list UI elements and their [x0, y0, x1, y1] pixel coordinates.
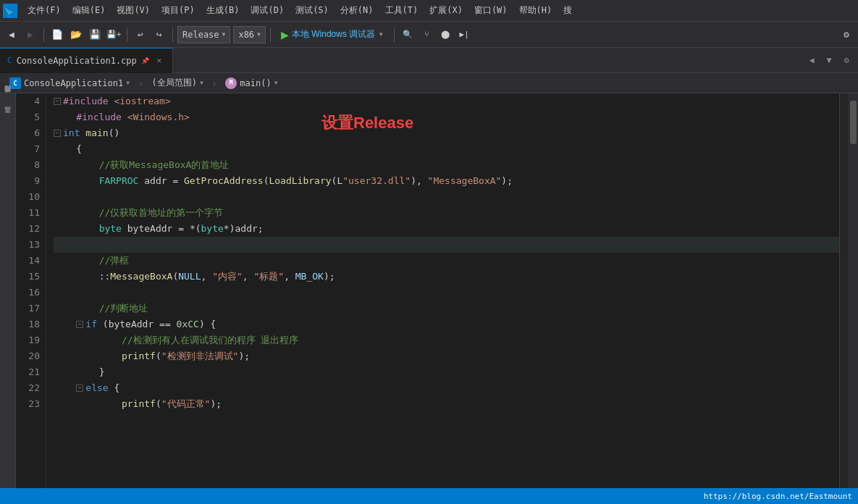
context-sep-1: ›: [138, 77, 143, 89]
menu-search[interactable]: 搜: [558, 3, 578, 18]
toolbar-sep-3: [172, 28, 173, 42]
context-sep-2: ›: [211, 77, 217, 89]
bottom-bar: https://blog.csdn.net/Eastmount: [0, 488, 858, 504]
toolbar-sep-2: [127, 28, 127, 42]
menu-window[interactable]: 窗口(W): [468, 3, 513, 18]
menu-bar: 文件(F) 编辑(E) 视图(V) 项目(P) 生成(B) 调试(D) 测试(S…: [0, 0, 858, 22]
code-line-10: [54, 189, 839, 205]
context-bar: C ConsoleApplication1 ▼ › (全局范围) ▼ › M m…: [0, 73, 858, 93]
run-arrow-icon: ▼: [378, 31, 384, 38]
code-line-11: //仅获取首地址的第一个字节: [54, 205, 839, 221]
configuration-label: Release: [182, 30, 219, 40]
project-icon: C: [9, 77, 21, 89]
code-line-23: printf("代码正常");: [54, 396, 839, 412]
project-label: ConsoleApplication1: [24, 78, 123, 88]
active-tab[interactable]: C ConsoleApplication1.cpp 📌 ✕: [0, 48, 173, 73]
code-line-8: //获取MessageBoxA的首地址: [54, 157, 839, 173]
toolbar-sep-1: [43, 28, 44, 42]
menu-file[interactable]: 文件(F): [22, 3, 67, 18]
menu-tools[interactable]: 工具(T): [379, 3, 424, 18]
project-dropdown[interactable]: C ConsoleApplication1 ▼: [4, 75, 135, 91]
toolbar-sep-5: [394, 28, 395, 42]
main-layout: 解决方案资源管理器 工具箱 4 5 6 7 8 9 10 11 12 13 14…: [0, 93, 858, 504]
run-button[interactable]: ▶ 本地 Windows 调试器 ▼: [275, 27, 390, 42]
code-line-6: − int main(): [54, 125, 839, 141]
scope-arrow-icon: ▼: [200, 80, 203, 86]
save-all-button[interactable]: 💾+: [105, 26, 122, 43]
bottom-url: https://blog.csdn.net/Eastmount: [704, 492, 852, 501]
code-line-7: {: [54, 141, 839, 157]
code-line-17: //判断地址: [54, 301, 839, 316]
scope-label: (全局范围): [152, 77, 197, 89]
settings-icon: ⚙: [844, 29, 849, 40]
platform-dropdown[interactable]: x86 ▼: [233, 26, 266, 43]
function-dropdown[interactable]: M main() ▼: [220, 75, 282, 91]
function-arrow-icon: ▼: [274, 80, 278, 86]
code-line-21: }: [54, 364, 839, 380]
code-line-22: − else {: [54, 380, 839, 396]
save-button[interactable]: 💾: [86, 26, 104, 43]
forward-button[interactable]: ▶: [22, 26, 39, 43]
tab-close-button[interactable]: ✕: [153, 55, 165, 67]
platform-arrow-icon: ▼: [257, 31, 261, 38]
menu-extensions[interactable]: 扩展(X): [424, 3, 468, 18]
menu-view[interactable]: 视图(V): [111, 3, 156, 18]
settings-button[interactable]: ⚙: [838, 26, 855, 43]
vs-logo: [3, 4, 17, 18]
tab-dropdown-button[interactable]: ▼: [822, 53, 836, 67]
code-line-9: FARPROC addr = GetProcAddress(LoadLibrar…: [54, 173, 839, 189]
code-line-12: byte byteAddr = *(byte*)addr;: [54, 221, 839, 237]
menu-project[interactable]: 项目(P): [156, 3, 201, 18]
find-button[interactable]: 🔍: [399, 26, 416, 43]
play-icon: ▶: [281, 29, 289, 41]
scope-dropdown[interactable]: (全局范围) ▼: [147, 75, 209, 91]
right-scrollbar[interactable]: [848, 93, 858, 504]
platform-label: x86: [238, 30, 254, 40]
breakpoint-button[interactable]: ⬤: [437, 26, 454, 43]
collapse-4[interactable]: −: [54, 98, 61, 105]
minimap: [839, 93, 848, 504]
configuration-dropdown[interactable]: Release ▼: [177, 26, 230, 43]
project-arrow-icon: ▼: [126, 80, 130, 86]
back-button[interactable]: ◀: [3, 26, 20, 43]
code-line-5: #include <Windows.h>: [54, 109, 839, 125]
new-file-button[interactable]: 📄: [49, 26, 66, 43]
redo-button[interactable]: ↪: [151, 26, 168, 43]
code-line-18: − if (byteAddr == 0xCC) {: [54, 316, 839, 332]
code-content[interactable]: − #include <iostream> #include <Windows.…: [46, 93, 839, 504]
code-area: 4 5 6 7 8 9 10 11 12 13 14 15 16 17 18 1…: [16, 93, 858, 504]
tab-label: ConsoleApplication1.cpp: [17, 56, 137, 66]
tab-pin-icon: 📌: [141, 57, 149, 64]
menu-analyze[interactable]: 分析(N): [335, 3, 379, 18]
open-file-button[interactable]: 📂: [67, 26, 85, 43]
scrollbar-thumb[interactable]: [850, 101, 857, 144]
config-arrow-icon: ▼: [222, 31, 226, 38]
menu-debug[interactable]: 调试(D): [245, 3, 290, 18]
tab-settings-button[interactable]: ⚙: [839, 53, 854, 67]
menu-edit[interactable]: 编辑(E): [67, 3, 112, 18]
more-button[interactable]: ▶|: [455, 26, 473, 43]
toolbar: ◀ ▶ 📄 📂 💾 💾+ ↩ ↪ Release ▼ x86 ▼ ▶ 本地 Wi…: [0, 22, 858, 48]
code-line-19: //检测到有人在调试我们的程序 退出程序: [54, 332, 839, 348]
collapse-18[interactable]: −: [76, 321, 83, 328]
collapse-22[interactable]: −: [76, 385, 83, 392]
menu-help[interactable]: 帮助(H): [513, 3, 558, 18]
file-type-icon: C: [7, 56, 12, 65]
tab-scroll-left-button[interactable]: ◀: [804, 53, 819, 67]
sidebar-item-toolbox[interactable]: 工具箱: [3, 117, 12, 119]
left-sidebar: 解决方案资源管理器 工具箱: [0, 93, 16, 504]
function-icon: M: [225, 77, 237, 89]
scrollbar-track[interactable]: [849, 93, 858, 504]
code-line-15: ::MessageBoxA(NULL, "内容", "标题", MB_OK);: [54, 269, 839, 285]
run-label: 本地 Windows 调试器: [292, 28, 375, 41]
code-line-16: [54, 285, 839, 301]
tab-bar: C ConsoleApplication1.cpp 📌 ✕ ◀ ▼ ⚙: [0, 48, 858, 73]
menu-build[interactable]: 生成(B): [201, 3, 245, 18]
code-line-4: − #include <iostream>: [54, 93, 839, 109]
sidebar-item-solution[interactable]: 解决方案资源管理器: [3, 96, 12, 99]
git-button[interactable]: ⑂: [418, 26, 435, 43]
menu-test[interactable]: 测试(S): [290, 3, 335, 18]
collapse-6[interactable]: −: [54, 130, 61, 137]
code-line-13: [54, 237, 839, 253]
undo-button[interactable]: ↩: [132, 26, 149, 43]
